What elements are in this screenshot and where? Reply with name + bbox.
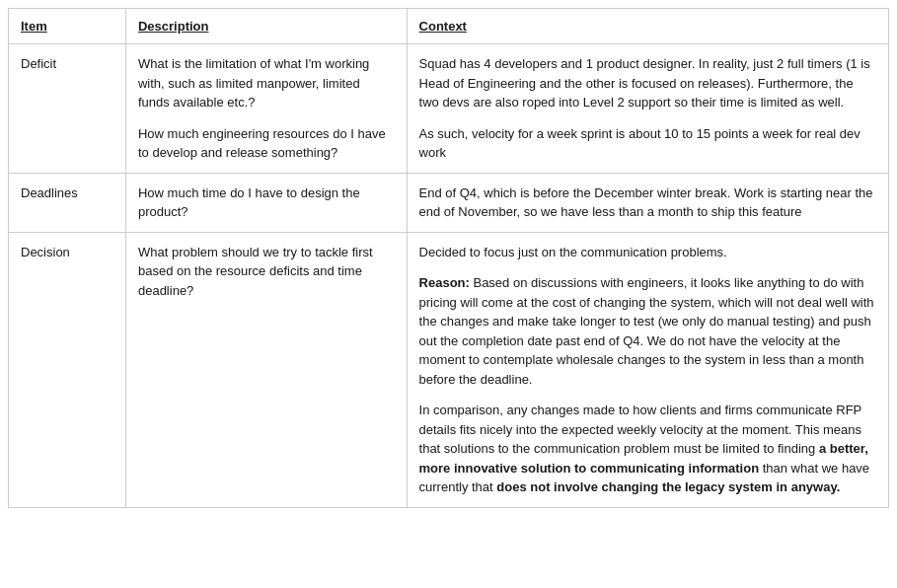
context-final-bold2: does not involve changing the legacy sys… — [496, 479, 840, 494]
description-cell: What problem should we try to tackle fir… — [125, 232, 407, 507]
item-cell: Deadlines — [9, 173, 126, 232]
description-text-1: How much time do I have to design the pr… — [138, 185, 360, 220]
context-text-1: Squad has 4 developers and 1 product des… — [419, 56, 870, 110]
table-row: Deadlines How much time do I have to des… — [9, 173, 889, 232]
header-description: Description — [125, 9, 407, 44]
context-final-paragraph: In comparison, any changes made to how c… — [419, 401, 876, 497]
context-intro: Decided to focus just on the communicati… — [419, 245, 727, 259]
item-cell: Deficit — [9, 44, 126, 174]
context-text-1: End of Q4, which is before the December … — [419, 185, 873, 220]
context-cell: Decided to focus just on the communicati… — [407, 232, 888, 507]
item-cell: Decision — [9, 232, 126, 507]
main-table: Item Description Context Deficit What is… — [8, 8, 889, 508]
context-cell: Squad has 4 developers and 1 product des… — [407, 44, 888, 174]
header-item: Item — [9, 9, 126, 44]
context-text-2: As such, velocity for a week sprint is a… — [419, 126, 860, 161]
description-cell: How much time do I have to design the pr… — [125, 173, 407, 232]
context-reason-body: Based on discussions with engineers, it … — [419, 275, 874, 387]
table-row: Decision What problem should we try to t… — [9, 232, 889, 507]
table-row: Deficit What is the limitation of what I… — [9, 44, 889, 174]
description-text-1: What problem should we try to tackle fir… — [138, 245, 373, 298]
context-cell: End of Q4, which is before the December … — [407, 173, 888, 232]
description-text-2: How much engineering resources do I have… — [138, 126, 386, 161]
context-final-plain1: In comparison, any changes made to how c… — [419, 403, 861, 456]
description-cell: What is the limitation of what I'm worki… — [125, 44, 407, 174]
header-context: Context — [407, 9, 888, 44]
description-text-1: What is the limitation of what I'm worki… — [138, 56, 369, 110]
context-reason-prefix: Reason: — [419, 275, 470, 290]
